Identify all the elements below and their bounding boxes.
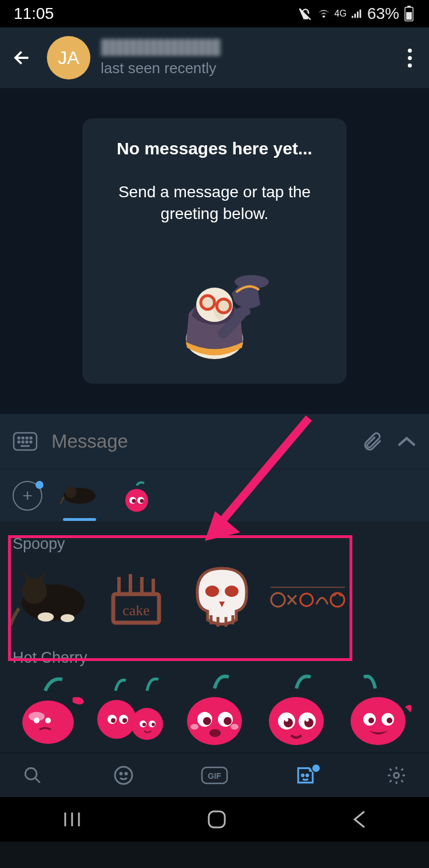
sticker-bottom-toolbar: GIF (0, 752, 429, 797)
svg-point-35 (205, 586, 219, 597)
sticker-cat[interactable] (10, 560, 90, 634)
signal-icon (350, 7, 364, 20)
svg-point-87 (307, 774, 308, 776)
svg-point-16 (30, 441, 32, 443)
svg-point-13 (18, 441, 20, 443)
contact-avatar[interactable]: JA (47, 36, 90, 79)
svg-point-27 (38, 612, 54, 622)
sticker-row-hotcherry (10, 674, 419, 752)
sticker-cherry-4[interactable] (255, 674, 337, 748)
sticker-cake[interactable]: cake (96, 560, 176, 634)
mute-icon (298, 6, 313, 21)
search-stickers-button[interactable] (16, 766, 49, 785)
svg-point-43 (300, 594, 313, 606)
sticker-skull[interactable] (182, 560, 262, 634)
status-time: 11:05 (14, 5, 54, 23)
svg-point-78 (387, 718, 392, 723)
svg-point-20 (125, 489, 148, 512)
svg-point-74 (351, 697, 406, 745)
svg-rect-1 (407, 6, 411, 7)
empty-chat-title: No messages here yet... (98, 139, 331, 158)
chat-body: No messages here yet... Send a message o… (0, 88, 429, 414)
svg-point-23 (132, 499, 136, 503)
svg-rect-2 (406, 12, 412, 19)
svg-point-14 (22, 441, 24, 443)
svg-point-28 (61, 614, 74, 622)
svg-point-36 (225, 586, 239, 597)
contact-name-redacted (101, 39, 221, 56)
sticker-cherry-5[interactable] (337, 674, 419, 748)
empty-chat-subtitle: Send a message or tap the greeting below… (98, 181, 331, 225)
keyboard-icon[interactable] (13, 432, 38, 451)
last-seen-label: last seen recently (101, 59, 398, 77)
battery-icon (403, 6, 415, 22)
svg-point-57 (142, 723, 146, 726)
svg-point-54 (122, 718, 127, 723)
svg-point-26 (22, 579, 47, 604)
svg-rect-92 (209, 811, 225, 827)
svg-point-79 (25, 768, 37, 779)
svg-point-63 (224, 717, 232, 725)
attach-icon[interactable] (362, 429, 383, 453)
svg-point-82 (120, 773, 122, 774)
nav-home-button[interactable] (206, 809, 227, 830)
message-input[interactable] (51, 431, 348, 452)
svg-point-53 (111, 718, 116, 723)
svg-point-64 (209, 729, 221, 737)
sticker-cherry-3[interactable] (174, 674, 256, 748)
network-type: 4G (335, 9, 347, 19)
svg-point-12 (30, 437, 32, 439)
contact-info[interactable]: last seen recently (101, 39, 398, 77)
collapse-icon[interactable] (397, 435, 416, 448)
svg-point-83 (125, 773, 127, 774)
sticker-pack-tab-hotcherry[interactable] (117, 481, 157, 511)
svg-point-81 (115, 767, 132, 784)
avatar-initials: JA (58, 47, 79, 69)
sticker-pack-tab-spoopy[interactable] (59, 481, 100, 511)
status-bar: 11:05 4G 63% (0, 0, 429, 27)
svg-text:GIF: GIF (208, 771, 221, 781)
wifi-icon (316, 7, 331, 20)
svg-point-9 (18, 437, 20, 439)
more-options-button[interactable] (398, 49, 421, 67)
sticker-pack-tabs: + (0, 469, 429, 521)
svg-point-73 (305, 718, 309, 722)
android-nav-bar (0, 797, 429, 842)
svg-text:cake: cake (122, 602, 150, 619)
back-button[interactable] (8, 43, 37, 72)
svg-point-72 (285, 718, 288, 722)
emoji-tab-button[interactable] (107, 765, 140, 786)
sticker-pumpkins[interactable] (268, 560, 348, 634)
svg-point-19 (65, 487, 77, 498)
svg-point-42 (271, 593, 285, 607)
svg-point-62 (203, 717, 211, 725)
svg-point-59 (187, 697, 242, 745)
svg-point-66 (231, 724, 239, 730)
svg-point-50 (131, 708, 163, 740)
svg-point-65 (190, 724, 198, 730)
svg-line-80 (35, 778, 40, 783)
svg-point-24 (140, 499, 144, 503)
sticker-cherry-1[interactable] (10, 674, 92, 748)
sticker-pack-label-spoopy: Spoopy (13, 535, 419, 553)
svg-point-86 (302, 774, 304, 776)
greeting-sticker[interactable] (98, 248, 331, 368)
empty-chat-card: No messages here yet... Send a message o… (82, 118, 347, 384)
sticker-pack-label-hotcherry: Hot Cherry (13, 649, 419, 667)
nav-back-button[interactable] (351, 810, 367, 829)
svg-point-47 (34, 718, 39, 723)
svg-point-48 (45, 718, 51, 723)
nav-recent-button[interactable] (62, 810, 82, 829)
svg-point-5 (201, 296, 214, 309)
sticker-panel[interactable]: Spoopy cake Hot Cherry (0, 521, 429, 752)
sticker-settings-button[interactable] (380, 765, 413, 786)
add-sticker-pack-button[interactable]: + (13, 481, 42, 511)
svg-point-10 (22, 437, 24, 439)
stickers-tab-button[interactable] (289, 765, 322, 786)
sticker-cherry-2[interactable] (92, 674, 174, 748)
svg-point-44 (331, 593, 344, 607)
svg-point-58 (152, 723, 155, 726)
status-icons: 4G 63% (298, 5, 415, 23)
gif-tab-button[interactable]: GIF (198, 766, 231, 785)
svg-point-15 (26, 441, 28, 443)
